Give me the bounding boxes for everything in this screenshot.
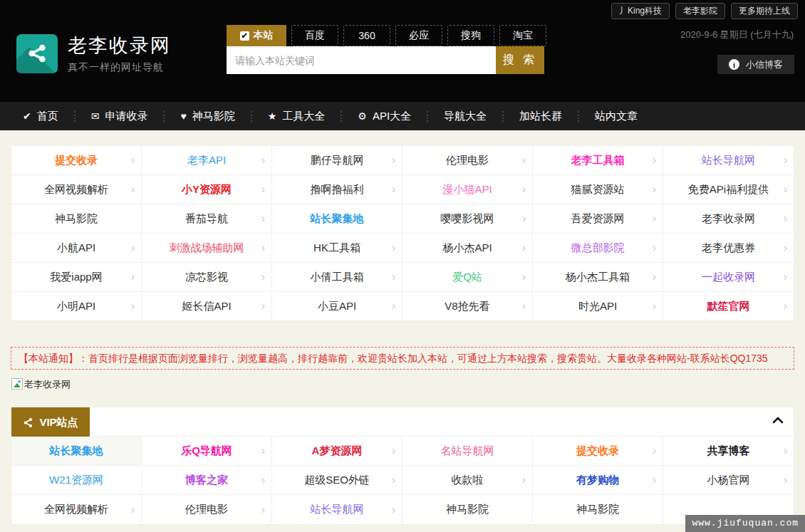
site-link[interactable]: 站长聚集地 (272, 204, 402, 234)
topbar-link[interactable]: 老李影院 (675, 3, 725, 19)
site-link[interactable]: 伦理电影› (142, 495, 272, 524)
chevron-right-icon: › (784, 213, 787, 224)
engine-tab[interactable]: 必应 (395, 25, 442, 46)
site-link[interactable]: 超级SEO外链› (272, 466, 402, 495)
site-link-label: 伦理电影 (446, 154, 489, 167)
nav-item[interactable]: ✉申请收录 (91, 110, 148, 123)
site-link[interactable]: 姬长信API› (142, 292, 272, 321)
blog-button[interactable]: i 小信博客 (717, 55, 794, 74)
site-link[interactable]: 老李API› (142, 146, 272, 175)
topbar-link[interactable]: 丿King科技 (611, 3, 670, 19)
chevron-right-icon: › (131, 184, 135, 195)
site-link[interactable]: 小倩工具箱› (272, 263, 402, 292)
logo[interactable]: 老李收录网 真不一样的网址导航 (16, 33, 171, 74)
nav-item[interactable]: 加站长群 (519, 110, 562, 123)
site-link[interactable]: 小豆API› (272, 292, 402, 321)
site-link[interactable]: 老李收录网› (663, 204, 794, 234)
vip-tab[interactable]: VIP站点 (11, 407, 90, 437)
engine-tab[interactable]: 360 (343, 25, 390, 46)
site-link[interactable]: 博客之家› (142, 466, 272, 495)
site-link[interactable]: HK工具箱› (272, 234, 402, 263)
site-link[interactable]: W21资源网 (11, 466, 142, 495)
engine-tab[interactable]: ✔本站 (227, 25, 286, 46)
collapse-up-icon[interactable] (772, 416, 784, 424)
site-link[interactable]: 站长导航网› (272, 495, 402, 524)
nav-separator (578, 111, 579, 122)
nav-item[interactable]: ⚙API大全 (358, 110, 411, 123)
search-input[interactable] (227, 46, 496, 74)
site-link-label: 一起收录网 (702, 271, 755, 284)
chevron-right-icon: › (653, 242, 656, 254)
mail-icon: ✉ (91, 110, 100, 122)
site-link[interactable]: V8抢先看› (402, 292, 533, 321)
topbar-link[interactable]: 更多期待上线 (731, 3, 798, 19)
site-link[interactable]: 收款啦› (402, 466, 533, 495)
engine-tab[interactable]: 淘宝 (499, 25, 546, 46)
chevron-right-icon: › (131, 504, 135, 515)
site-link[interactable]: 撸啊撸福利› (272, 175, 402, 204)
site-link[interactable]: 小杨官网› (663, 466, 794, 495)
site-link[interactable]: 神马影院 (533, 495, 663, 524)
site-link[interactable]: 鹏仔导航网› (272, 146, 402, 175)
site-link[interactable]: 小航API› (11, 234, 142, 263)
chevron-right-icon: › (784, 301, 787, 312)
site-link[interactable]: 全网视频解析› (11, 175, 142, 204)
site-link[interactable]: 时光API› (533, 292, 663, 321)
site-link[interactable]: 神马影院 (402, 495, 533, 524)
search-button[interactable]: 搜 索 (496, 46, 544, 74)
nav-item[interactable]: ✔首页 (23, 110, 58, 123)
site-link[interactable]: 凉芯影视› (142, 263, 272, 292)
site-title: 老李收录网 (68, 33, 171, 58)
chevron-right-icon: › (784, 184, 787, 195)
site-link[interactable]: 老李优惠券› (663, 234, 794, 263)
chevron-right-icon: › (392, 155, 395, 166)
site-link[interactable]: A梦资源网› (272, 437, 402, 466)
site-link-label: 我爱iapp网 (50, 271, 102, 284)
site-link[interactable]: 名站导航网 (402, 437, 533, 466)
site-link[interactable]: 嘤嘤影视网› (402, 204, 533, 234)
engine-tab[interactable]: 搜狗 (447, 25, 494, 46)
chevron-right-icon: › (653, 301, 656, 312)
site-link-label: 杨小杰工具箱 (566, 271, 630, 284)
site-link[interactable]: 杨小杰工具箱› (533, 263, 663, 292)
gear-icon: ⚙ (358, 110, 367, 122)
site-link[interactable]: 漫小猫API› (402, 175, 533, 204)
nav-item[interactable]: 导航大全 (444, 110, 487, 123)
site-link-label: 小明API (57, 300, 95, 313)
site-link[interactable]: 我爱iapp网› (11, 263, 142, 292)
engine-tab[interactable]: 百度 (291, 25, 338, 46)
chevron-right-icon: › (522, 271, 526, 283)
site-link[interactable]: 提交收录› (533, 437, 663, 466)
site-link[interactable]: 神马影院 (11, 204, 142, 234)
chevron-right-icon: › (653, 271, 656, 283)
nav-item[interactable]: 站内文章 (595, 110, 638, 123)
site-link[interactable]: 站长导航网› (663, 146, 794, 175)
site-link[interactable]: 站长聚集地 (11, 437, 142, 466)
site-link[interactable]: 刺激战场辅助网› (142, 234, 272, 263)
site-link[interactable]: 爱Q站› (402, 263, 533, 292)
site-link-label: 猫腻资源站 (571, 183, 625, 197)
site-link[interactable]: 乐Q导航网› (142, 437, 272, 466)
site-link[interactable]: 杨小杰API› (402, 234, 533, 263)
site-link[interactable]: 微总部影院› (533, 234, 663, 263)
site-link[interactable]: 小Y资源网› (142, 175, 272, 204)
site-link[interactable]: 一起收录网› (663, 263, 794, 292)
site-link[interactable]: 小明API› (11, 292, 142, 321)
nav-item[interactable]: ♥神马影院 (180, 110, 234, 123)
site-link[interactable]: 免费APi福利提供› (663, 175, 794, 204)
site-link[interactable]: 提交收录› (11, 146, 142, 175)
site-link[interactable]: 默笙官网› (663, 292, 794, 321)
site-link[interactable]: 有梦购物› (533, 466, 663, 495)
site-link[interactable]: 伦理电影› (402, 146, 533, 175)
nav-item[interactable]: ★工具大全 (268, 110, 326, 123)
site-link-label: 老李工具箱 (571, 154, 625, 167)
site-link-label: 刺激战场辅助网 (170, 241, 244, 255)
site-link[interactable]: 全网视频解析› (11, 495, 142, 524)
chevron-right-icon: › (261, 184, 265, 195)
site-link[interactable]: 老李工具箱› (533, 146, 663, 175)
site-link[interactable]: 番茄导航› (142, 204, 272, 234)
nav-item-label: 工具大全 (282, 110, 325, 123)
site-link[interactable]: 猫腻资源站› (533, 175, 663, 204)
site-link[interactable]: 共享博客› (663, 437, 794, 466)
site-link[interactable]: 吾爱资源网› (533, 204, 663, 234)
